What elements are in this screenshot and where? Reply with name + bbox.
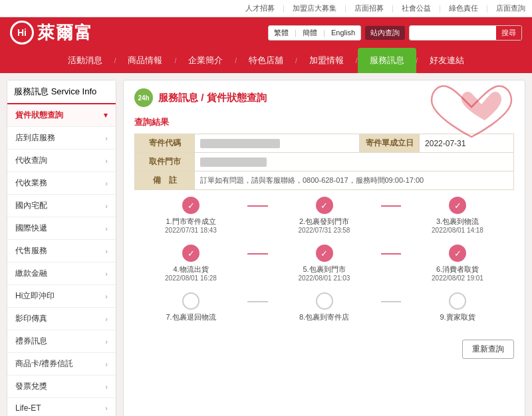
topbar-link-5[interactable]: 綠色責任 <box>449 3 478 13</box>
svg-text:Hi: Hi <box>17 27 27 38</box>
step-circle-5: ✓ <box>316 245 333 262</box>
sidebar-item-life-et[interactable]: Life-ET › <box>7 398 116 416</box>
sidebar-item-package-status[interactable]: 貨件狀態查詢 ▾ <box>7 104 116 127</box>
lang-simplified[interactable]: 簡體 <box>303 28 317 38</box>
step-connector-4-5 <box>247 253 268 255</box>
sidebar-label-8: Hi立即沖印 <box>15 290 55 302</box>
sidebar-item-invoice[interactable]: 發票兌獎 › <box>7 375 116 398</box>
step-label-2: 2.包裹發到門市 <box>299 217 349 227</box>
search-button[interactable]: 搜尋 <box>496 26 521 40</box>
sidebar-arrow-4: › <box>105 202 108 210</box>
lang-traditional[interactable]: 繁體 <box>274 28 289 38</box>
nav-item-products[interactable]: 商品情報 <box>116 48 174 73</box>
step-date-4: 2022/08/01 16:28 <box>165 274 217 282</box>
step-3: ✓ 3.包裹到物流 2022/08/01 14:18 <box>401 197 514 234</box>
table-row: 寄件代碼 寄件單成立日 2022-07-31 <box>135 134 514 153</box>
sidebar-item-collect-service[interactable]: 代收業務 › <box>7 172 116 195</box>
sidebar-title-cn: 服務訊息 <box>14 86 49 96</box>
sidebar-label-6: 代售服務 <box>15 245 47 257</box>
sidebar-item-intl-express[interactable]: 國際快遞 › <box>7 217 116 240</box>
page-layout: 服務訊息 Service Info 貨件狀態查詢 ▾ 店到店服務 › 代收查詢 … <box>0 73 532 416</box>
top-bar: 人才招募 ｜ 加盟店大募集 ｜ 店面招募 ｜ 社會公益 ｜ 綠色責任 ｜ 店面查… <box>0 0 532 17</box>
sidebar-header: 服務訊息 Service Info <box>7 80 116 104</box>
logo-area: Hi 萊爾富 <box>10 21 93 45</box>
step-2: ✓ 2.包裹發到門市 2022/07/31 23:58 <box>268 197 381 234</box>
step-circle-9 <box>449 292 466 310</box>
station-search-button[interactable]: 站內查詢 <box>365 26 405 40</box>
step-circle-8 <box>316 292 333 310</box>
step-7: 7.包裹退回物流 <box>134 292 247 322</box>
step-date-1: 2022/07/31 18:43 <box>165 227 217 234</box>
sidebar-arrow-1: › <box>105 134 108 142</box>
nav-item-activities[interactable]: 活動消息 <box>56 48 114 73</box>
requery-button[interactable]: 重新查詢 <box>462 340 514 359</box>
site-search-box: 搜尋 <box>409 25 522 41</box>
nav-item-service[interactable]: 服務訊息 <box>358 48 416 73</box>
field-label-note: 備 註 <box>135 171 195 190</box>
sidebar-label-11: 商品卡/禮券信託 <box>15 358 73 369</box>
main-nav: 活動消息 / 商品情報 / 企業簡介 / 特色店舖 / 加盟情報 / 服務訊息 … <box>0 48 532 73</box>
sidebar-label-2: 代收查詢 <box>15 155 47 166</box>
sidebar-label-5: 國際快遞 <box>15 223 47 234</box>
nav-item-franchise[interactable]: 加盟情報 <box>297 48 356 73</box>
nav-item-company[interactable]: 企業簡介 <box>176 48 235 73</box>
step-9: 9.賣家取貨 <box>401 292 514 322</box>
step-label-9: 9.賣家取貨 <box>440 312 475 322</box>
sidebar-item-gift-card[interactable]: 商品卡/禮券信託 › <box>7 353 116 375</box>
step-circle-1: ✓ <box>182 197 200 214</box>
sidebar-arrow-13: › <box>105 404 108 412</box>
sidebar-label-package-status: 貨件狀態查詢 <box>15 110 63 121</box>
step-connector-7-8 <box>247 301 268 302</box>
page-title-bar: 24h 服務訊息 / 貨件狀態查詢 <box>134 88 514 107</box>
step-label-5: 5.包裹到門市 <box>303 264 345 274</box>
sidebar-arrow-10: › <box>105 338 108 346</box>
step-connector-1-2 <box>247 205 268 207</box>
sidebar-item-payment[interactable]: 繳款金融 › <box>7 262 116 285</box>
nav-item-stores[interactable]: 特色店舖 <box>237 48 295 73</box>
sidebar-arrow-2: › <box>105 157 108 165</box>
sidebar-item-agent-service[interactable]: 代售服務 › <box>7 240 116 262</box>
sidebar-item-store-to-store[interactable]: 店到店服務 › <box>7 127 116 150</box>
topbar-link-6[interactable]: 店面查詢 <box>496 3 525 13</box>
step-6: ✓ 6.消費者取貨 2022/08/02 19:01 <box>401 245 514 282</box>
sidebar-item-domestic-delivery[interactable]: 國內宅配 › <box>7 195 116 217</box>
sidebar-arrow-11: › <box>105 360 108 368</box>
field-label-store: 取件門市 <box>135 153 195 171</box>
sidebar-item-copy-fax[interactable]: 影印傳真 › <box>7 308 116 330</box>
step-connector-2-3 <box>381 205 402 207</box>
sidebar-item-collect-query[interactable]: 代收查詢 › <box>7 150 116 172</box>
topbar-link-2[interactable]: 加盟店大募集 <box>293 3 336 13</box>
lang-english[interactable]: English <box>331 29 355 37</box>
step-date-3: 2022/08/01 14:18 <box>432 227 483 234</box>
step-connector-8-9 <box>381 301 402 302</box>
field-value-store <box>195 153 514 171</box>
steps-container: ✓ 1.門市寄件成立 2022/07/31 18:43 ✓ 2.包裹發到門市 2… <box>134 197 514 322</box>
step-circle-6: ✓ <box>449 245 466 262</box>
section-title: 查詢結果 <box>134 116 514 128</box>
sidebar-label-9: 影印傳真 <box>15 313 47 324</box>
topbar-link-4[interactable]: 社會公益 <box>402 3 431 13</box>
sidebar: 服務訊息 Service Info 貨件狀態查詢 ▾ 店到店服務 › 代收查詢 … <box>7 80 116 416</box>
field-value-date: 2022-07-31 <box>420 134 514 153</box>
steps-row-2: ✓ 4.物流出貨 2022/08/01 16:28 ✓ 5.包裹到門市 2022… <box>134 245 514 282</box>
sidebar-item-photo-print[interactable]: Hi立即沖印 › <box>7 285 116 308</box>
lang-switcher: 繁體 ｜ 簡體 ｜ English <box>268 25 361 41</box>
nav-item-friends[interactable]: 好友連結 <box>418 48 476 73</box>
logo-icon: Hi <box>10 21 34 45</box>
step-circle-2: ✓ <box>316 197 333 214</box>
step-label-3: 3.包裹到物流 <box>436 217 479 227</box>
sidebar-label-1: 店到店服務 <box>15 132 55 144</box>
logo-text: 萊爾富 <box>37 21 93 45</box>
topbar-link-3[interactable]: 店面招募 <box>354 3 384 13</box>
topbar-link-1[interactable]: 人才招募 <box>245 3 275 13</box>
sidebar-item-voucher-info[interactable]: 禮券訊息 › <box>7 330 116 353</box>
sidebar-title-en: Service Info <box>51 86 97 96</box>
sidebar-label-13: Life-ET <box>15 403 41 413</box>
step-connector-5-6 <box>381 253 402 255</box>
step-circle-4: ✓ <box>182 245 200 262</box>
field-label-date: 寄件單成立日 <box>360 134 420 153</box>
sidebar-arrow-12: › <box>105 383 108 391</box>
search-input[interactable] <box>410 26 496 40</box>
step-label-6: 6.消費者取貨 <box>436 264 479 274</box>
sidebar-label-4: 國內宅配 <box>15 200 47 211</box>
